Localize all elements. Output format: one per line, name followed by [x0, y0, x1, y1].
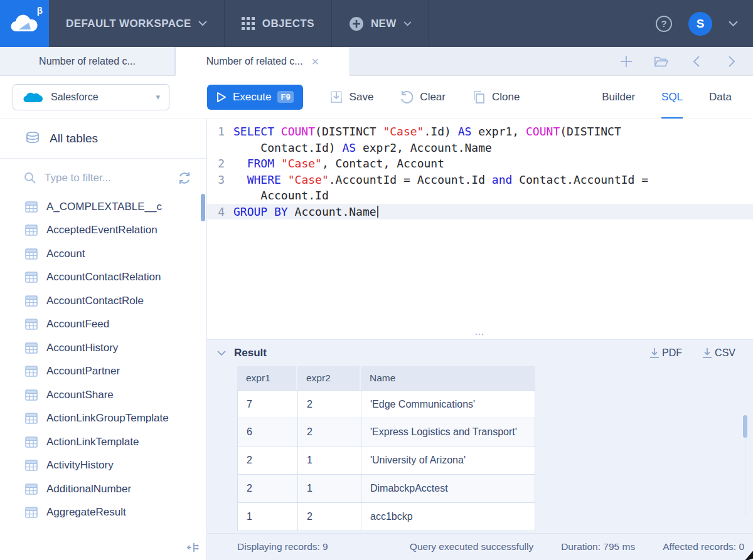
- tab-query-1[interactable]: Number of related c...: [0, 47, 175, 75]
- table-name: Account: [46, 248, 85, 260]
- code-text: WHERE "Case".AccountId = Account.Id and …: [233, 172, 648, 188]
- export-pdf-button[interactable]: PDF: [648, 347, 682, 359]
- result-cell: 2: [237, 446, 297, 475]
- line-number: 4: [207, 204, 233, 220]
- duration: Duration: 795 ms: [561, 541, 635, 552]
- table-list-item[interactable]: AccountContactRole: [0, 289, 206, 313]
- play-icon: [216, 92, 227, 103]
- clone-button[interactable]: Clone: [472, 90, 520, 104]
- objects-menu[interactable]: OBJECTS: [225, 0, 331, 47]
- workspace-menu[interactable]: DEFAULT WORKSPACE: [49, 0, 224, 47]
- user-avatar[interactable]: S: [688, 12, 712, 36]
- result-cell: 'University of Arizona': [361, 446, 535, 475]
- collapse-result-chevron-icon[interactable]: [217, 351, 226, 356]
- result-column-header[interactable]: expr1: [237, 366, 297, 390]
- table-list-item[interactable]: AcceptedEventRelation: [0, 219, 206, 243]
- open-folder-icon[interactable]: [654, 54, 669, 69]
- table-list-item[interactable]: Account: [0, 242, 206, 266]
- tab-sql[interactable]: SQL: [661, 77, 683, 119]
- workspace-label: DEFAULT WORKSPACE: [66, 18, 191, 30]
- code-line[interactable]: 2 FROM "Case", Contact, Account: [207, 156, 753, 172]
- collapse-sidebar-icon[interactable]: [186, 541, 199, 554]
- tab-data[interactable]: Data: [709, 76, 732, 119]
- tab-label: Number of related c...: [206, 56, 303, 67]
- app-logo[interactable]: β: [0, 0, 49, 47]
- result-row[interactable]: 72'Edge Communications': [237, 390, 535, 418]
- result-title: Result: [234, 347, 267, 359]
- prev-tab-chevron-icon[interactable]: [689, 54, 704, 69]
- code-line[interactable]: 1SELECT COUNT(DISTINCT "Case".Id) AS exp…: [207, 124, 753, 140]
- filter-input[interactable]: Type to filter...: [45, 172, 111, 184]
- table-icon: [25, 483, 38, 495]
- table-list-item[interactable]: ActivityHistory: [0, 454, 206, 478]
- save-icon: [329, 90, 343, 104]
- user-menu-chevron-icon[interactable]: [729, 21, 738, 27]
- search-icon: [24, 172, 36, 184]
- refresh-icon[interactable]: [178, 171, 191, 185]
- table-icon: [25, 413, 38, 424]
- view-switch: Builder SQL Data: [602, 76, 753, 119]
- table-list-item[interactable]: AccountShare: [0, 383, 206, 407]
- result-row[interactable]: 21'University of Arizona': [237, 446, 535, 475]
- execute-button[interactable]: Execute F9: [207, 85, 303, 110]
- new-label: NEW: [371, 18, 397, 30]
- table-name: AdditionalNumber: [46, 483, 131, 495]
- table-icon: [25, 225, 38, 236]
- result-column-header[interactable]: expr2: [297, 366, 361, 390]
- result-cell: 2: [297, 418, 361, 446]
- result-scrollbar[interactable]: [743, 415, 747, 438]
- table-name: AccountFeed: [46, 318, 109, 330]
- objects-label: OBJECTS: [262, 18, 314, 30]
- line-number: 2: [207, 156, 233, 172]
- sql-editor[interactable]: 1SELECT COUNT(DISTINCT "Case".Id) AS exp…: [207, 119, 753, 329]
- new-menu[interactable]: NEW: [332, 0, 429, 47]
- sidebar-scrollbar[interactable]: [201, 194, 205, 221]
- result-cell: 6: [237, 418, 297, 446]
- table-icon: [25, 436, 38, 448]
- code-line[interactable]: Account.Id: [207, 188, 753, 204]
- salesforce-logo-icon: [22, 90, 43, 105]
- save-button[interactable]: Save: [329, 90, 374, 104]
- code-line[interactable]: Contact.Id) AS expr2, Account.Name: [207, 140, 753, 156]
- connector-select[interactable]: Salesforce ▾: [13, 84, 169, 110]
- tab-query-2[interactable]: Number of related c... ×: [175, 47, 350, 76]
- result-column-header[interactable]: Name: [361, 366, 535, 390]
- database-icon: [25, 131, 40, 146]
- nav-divider: [429, 0, 429, 47]
- new-tab-icon[interactable]: [619, 54, 634, 69]
- help-icon[interactable]: ?: [656, 16, 672, 32]
- close-tab-icon[interactable]: ×: [312, 55, 319, 68]
- result-row[interactable]: 21DimabckpAcctest: [237, 475, 535, 503]
- result-cell: 2: [297, 390, 361, 418]
- table-list-item[interactable]: AccountHistory: [0, 336, 206, 360]
- code-text: Contact.Id) AS expr2, Account.Name: [233, 140, 492, 156]
- table-list-item[interactable]: ActionLinkGroupTemplate: [0, 407, 206, 431]
- table-list-item[interactable]: AccountContactRelation: [0, 266, 206, 290]
- table-list-item[interactable]: A_COMPLEXTABLE__c: [0, 195, 206, 219]
- save-label: Save: [350, 91, 374, 103]
- table-name: ActivityHistory: [46, 459, 114, 472]
- table-icon: [25, 507, 38, 518]
- table-name: AccountContactRelation: [46, 271, 161, 283]
- table-list-item[interactable]: AdditionalNumber: [0, 477, 206, 501]
- result-row[interactable]: 12acc1bckp: [237, 503, 535, 531]
- table-list-item[interactable]: ActionLinkTemplate: [0, 430, 206, 454]
- result-table: expr1expr2Name 72'Edge Communications'62…: [237, 366, 535, 531]
- table-list-item[interactable]: AccountFeed: [0, 313, 206, 337]
- all-tables-header[interactable]: All tables: [0, 119, 206, 159]
- execute-shortcut-badge: F9: [277, 91, 293, 103]
- table-list-item[interactable]: AggregateResult: [0, 501, 206, 525]
- clear-button[interactable]: Clear: [400, 90, 446, 104]
- tab-builder[interactable]: Builder: [602, 76, 635, 119]
- panel-resize-handle[interactable]: ⋯: [207, 329, 753, 339]
- next-tab-chevron-icon[interactable]: [724, 54, 739, 69]
- table-icon: [25, 272, 38, 283]
- export-csv-button[interactable]: CSV: [701, 347, 735, 359]
- table-name: AcceptedEventRelation: [46, 224, 158, 236]
- clone-label: Clone: [492, 91, 520, 103]
- code-line[interactable]: 4GROUP BY Account.Name: [207, 204, 753, 220]
- result-row[interactable]: 62'Express Logistics and Transport': [237, 418, 535, 446]
- table-list-item[interactable]: AccountPartner: [0, 360, 206, 384]
- mouse-cursor: [743, 548, 753, 560]
- code-line[interactable]: 3 WHERE "Case".AccountId = Account.Id an…: [207, 172, 753, 188]
